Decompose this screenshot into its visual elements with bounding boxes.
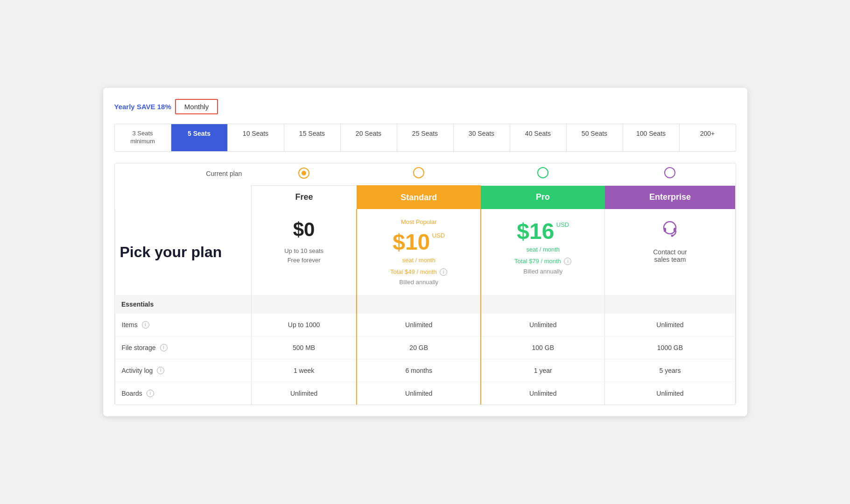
items-row: Items i Up to 1000 Unlimited Unlimited U… — [115, 314, 735, 336]
pro-info-icon[interactable]: i — [564, 258, 571, 265]
pro-plan-indicator-cell — [481, 163, 605, 186]
standard-price-cell: Most Popular $10 USD seat / month Total … — [357, 209, 481, 295]
activity-log-feature-name: Activity log i — [122, 367, 245, 374]
feature-col-header — [115, 186, 251, 209]
standard-plan-indicator-cell — [357, 163, 481, 186]
standard-plan-indicator — [413, 167, 424, 178]
file-storage-standard: 20 GB — [357, 336, 481, 359]
svg-point-0 — [664, 222, 676, 234]
activity-log-info-icon[interactable]: i — [157, 367, 164, 374]
file-storage-pro: 100 GB — [481, 336, 605, 359]
free-plan-indicator — [298, 168, 309, 179]
items-feature-cell: Items i — [115, 314, 251, 336]
file-storage-enterprise: 1000 GB — [605, 336, 735, 359]
enterprise-price-cell: Contact our sales team — [605, 209, 735, 295]
standard-plan-header: Standard — [357, 186, 481, 209]
pick-plan-label: Pick your plan — [120, 243, 246, 261]
boards-standard: Unlimited — [357, 382, 481, 405]
most-popular-label: Most Popular — [362, 218, 476, 225]
seat-option-50[interactable]: 50 Seats — [567, 124, 623, 151]
boards-pro: Unlimited — [481, 382, 605, 405]
seat-option-30[interactable]: 30 Seats — [454, 124, 510, 151]
activity-log-row: Activity log i 1 week 6 months 1 year 5 … — [115, 359, 735, 382]
svg-point-3 — [671, 234, 674, 237]
seat-option-min[interactable]: 3 Seats minimum — [115, 124, 171, 151]
standard-price-currency: USD — [432, 232, 445, 239]
boards-free: Unlimited — [251, 382, 357, 405]
items-info-icon[interactable]: i — [142, 321, 149, 329]
current-plan-label: Current plan — [115, 163, 251, 186]
activity-log-free: 1 week — [251, 359, 357, 382]
boards-row: Boards i Unlimited Unlimited Unlimited U… — [115, 382, 735, 405]
standard-billed: Billed annually — [362, 279, 476, 286]
enterprise-plan-header: Enterprise — [605, 186, 735, 209]
seat-selector: 3 Seats minimum 5 Seats 10 Seats 15 Seat… — [114, 124, 736, 152]
standard-price-amount: $10 — [393, 230, 430, 254]
free-plan-indicator-cell — [251, 163, 357, 186]
free-plan-header: Free — [251, 186, 357, 209]
headset-icon — [658, 218, 681, 242]
essentials-section-header: Essentials — [115, 295, 735, 314]
pricing-card: Yearly SAVE 18% Monthly 3 Seats minimum … — [103, 88, 747, 416]
seat-option-15[interactable]: 15 Seats — [284, 124, 341, 151]
free-price-cell: $0 Up to 10 seats Free forever — [251, 209, 357, 295]
seat-option-5[interactable]: 5 Seats — [171, 124, 228, 151]
seat-option-200[interactable]: 200+ — [680, 124, 736, 151]
activity-log-feature-cell: Activity log i — [115, 359, 251, 382]
monthly-button[interactable]: Monthly — [175, 99, 218, 114]
yearly-label[interactable]: Yearly SAVE 18% — [114, 103, 171, 111]
essentials-free-cell — [251, 295, 357, 314]
seat-option-10[interactable]: 10 Seats — [228, 124, 284, 151]
plans-table-container: Current plan — [114, 163, 736, 406]
pricing-row: Pick your plan $0 Up to 10 seats Free fo… — [115, 209, 735, 295]
items-standard: Unlimited — [357, 314, 481, 336]
seat-option-25[interactable]: 25 Seats — [397, 124, 454, 151]
standard-price-amount-row: $10 USD — [362, 229, 476, 255]
billing-toggle: Yearly SAVE 18% Monthly — [114, 99, 736, 114]
boards-enterprise: Unlimited — [605, 382, 735, 405]
pro-price-period: seat / month — [486, 246, 600, 253]
current-plan-row: Current plan — [115, 163, 735, 186]
plans-table: Current plan — [115, 163, 736, 405]
seat-option-20[interactable]: 20 Seats — [341, 124, 397, 151]
essentials-standard-cell — [357, 295, 481, 314]
boards-feature-name: Boards i — [122, 390, 245, 397]
pro-billed: Billed annually — [486, 268, 600, 275]
pro-price-cell: $16 USD seat / month Total $79 / month i… — [481, 209, 605, 295]
free-subtitle: Up to 10 seats Free forever — [256, 246, 351, 266]
boards-info-icon[interactable]: i — [147, 390, 154, 397]
file-storage-feature-cell: File storage i — [115, 336, 251, 359]
pro-price-amount-row: $16 USD — [486, 218, 600, 244]
activity-log-standard: 6 months — [357, 359, 481, 382]
pro-plan-indicator — [537, 167, 548, 178]
activity-log-enterprise: 5 years — [605, 359, 735, 382]
pick-plan-cell: Pick your plan — [115, 209, 251, 295]
activity-log-pro: 1 year — [481, 359, 605, 382]
svg-rect-1 — [664, 228, 666, 232]
file-storage-free: 500 MB — [251, 336, 357, 359]
enterprise-plan-indicator — [664, 167, 675, 178]
pro-total: Total $79 / month i — [486, 258, 600, 266]
items-enterprise: Unlimited — [605, 314, 735, 336]
essentials-label: Essentials — [115, 295, 251, 314]
free-price: $0 — [256, 218, 351, 241]
plan-header-row: Free Standard Pro Enterprise — [115, 186, 735, 209]
items-pro: Unlimited — [481, 314, 605, 336]
standard-price-period: seat / month — [362, 257, 476, 264]
essentials-enterprise-cell — [605, 295, 735, 314]
file-storage-info-icon[interactable]: i — [160, 344, 168, 351]
seat-option-40[interactable]: 40 Seats — [510, 124, 567, 151]
enterprise-contact-icon — [610, 218, 730, 244]
standard-total: Total $49 / month i — [362, 268, 476, 276]
pro-plan-header: Pro — [481, 186, 605, 209]
essentials-pro-cell — [481, 295, 605, 314]
standard-info-icon[interactable]: i — [440, 268, 447, 276]
boards-feature-cell: Boards i — [115, 382, 251, 405]
pro-price-amount: $16 — [517, 219, 554, 244]
enterprise-plan-indicator-cell — [605, 163, 735, 186]
items-feature-name: Items i — [122, 321, 245, 329]
file-storage-row: File storage i 500 MB 20 GB 100 GB 1000 … — [115, 336, 735, 359]
seat-option-100[interactable]: 100 Seats — [623, 124, 680, 151]
pro-price-currency: USD — [556, 221, 569, 228]
items-free: Up to 1000 — [251, 314, 357, 336]
